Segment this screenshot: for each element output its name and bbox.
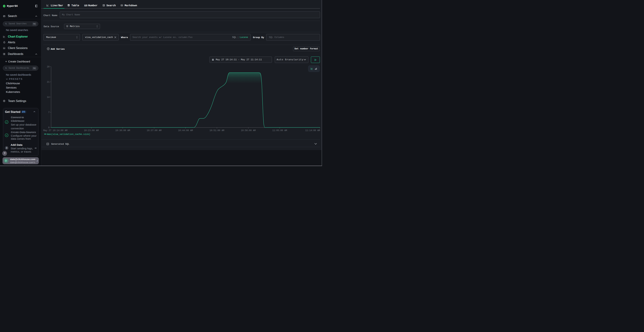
svg-text:11:05:00 AM: 11:05:00 AM (272, 129, 287, 132)
svg-text:10:23:00 AM: 10:23:00 AM (84, 129, 99, 132)
svg-text:28: 28 (47, 66, 50, 68)
svg-text:10:58:00 AM: 10:58:00 AM (241, 129, 256, 132)
svg-text:10:44:00 AM: 10:44:00 AM (178, 129, 193, 132)
svg-text:21: 21 (47, 81, 50, 83)
svg-text:0: 0 (48, 126, 50, 129)
svg-text:10:37:00 AM: 10:37:00 AM (147, 129, 162, 132)
svg-text:14: 14 (47, 96, 50, 98)
svg-text:10:30:00 AM: 10:30:00 AM (116, 129, 130, 132)
svg-text:11:14:00 AM: 11:14:00 AM (305, 129, 320, 132)
svg-text:10:51:00 AM: 10:51:00 AM (210, 129, 224, 132)
svg-text:May 27 10:14:00 AM: May 27 10:14:00 AM (43, 129, 68, 132)
svg-text:7: 7 (48, 111, 50, 114)
